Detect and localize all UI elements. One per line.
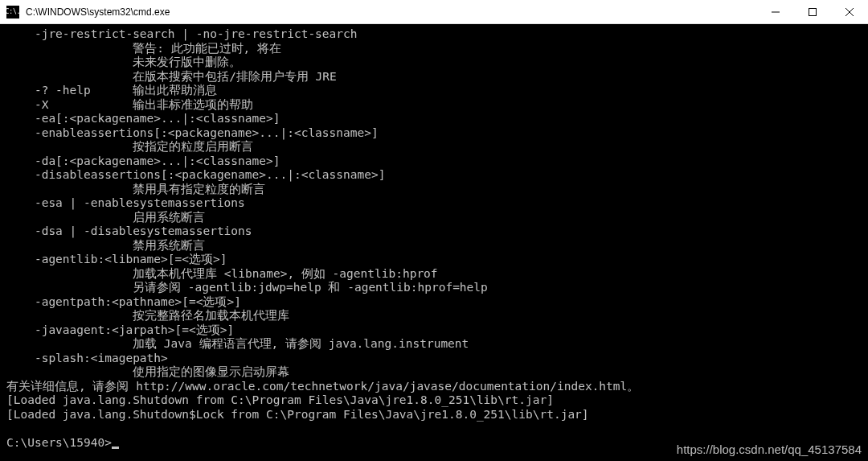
titlebar-buttons [757,0,868,24]
cursor [112,447,119,449]
titlebar: C:\. C:\WINDOWS\system32\cmd.exe [0,0,868,24]
minimize-button[interactable] [757,0,794,24]
terminal-output[interactable]: -jre-restrict-search | -no-jre-restrict-… [0,24,868,461]
maximize-button[interactable] [794,0,831,24]
cmd-icon: C:\. [6,6,19,19]
svg-rect-0 [809,8,817,15]
window-title: C:\WINDOWS\system32\cmd.exe [26,6,757,18]
close-button[interactable] [831,0,868,24]
watermark: https://blog.csdn.net/qq_45137584 [677,442,862,457]
